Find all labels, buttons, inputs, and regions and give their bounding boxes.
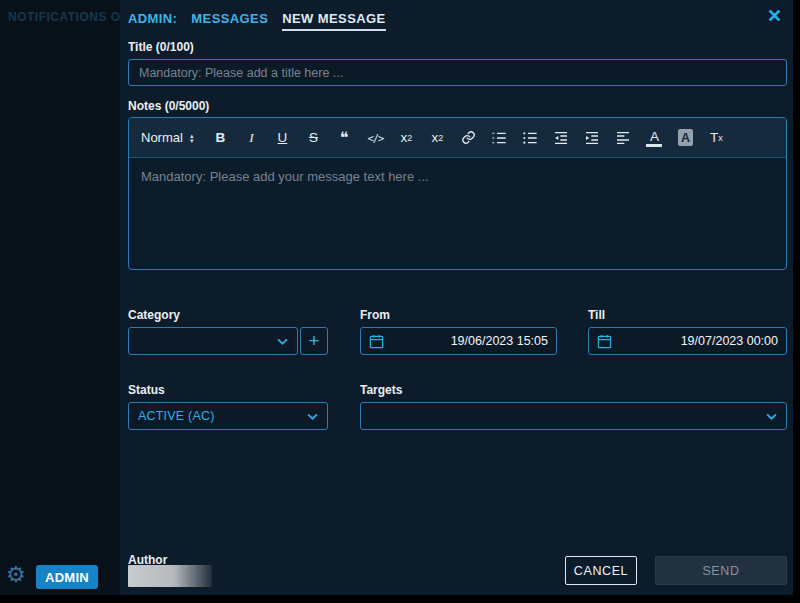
chevron-down-icon (277, 338, 288, 345)
till-datetime-value: 19/07/2023 00:00 (620, 334, 778, 348)
format-select[interactable]: Normal ▴▾ (141, 130, 193, 145)
clear-format-icon[interactable]: Tx (708, 127, 724, 149)
category-select[interactable] (128, 327, 298, 355)
author-value-redacted (128, 565, 212, 587)
status-select-value: ACTIVE (AC) (138, 409, 307, 423)
add-category-button[interactable]: + (300, 327, 328, 355)
breadcrumb-admin-label: ADMIN: (128, 11, 177, 26)
blockquote-icon[interactable]: ❝ (336, 127, 352, 149)
tab-messages[interactable]: MESSAGES (191, 11, 268, 26)
bottom-frame-bar (0, 595, 800, 603)
format-select-value: Normal (141, 130, 183, 145)
title-label: Title (0/100) (128, 40, 194, 54)
format-arrows-icon: ▴▾ (190, 133, 194, 143)
calendar-icon (597, 334, 612, 349)
notes-label: Notes (0/5000) (128, 99, 209, 113)
strikethrough-icon[interactable]: S (305, 127, 321, 149)
from-datetime-value: 19/06/2023 15:05 (392, 334, 548, 348)
right-frame-bar (793, 0, 800, 603)
notes-editor: Normal ▴▾ B I U S ❝ </> x2 x2 (128, 117, 787, 270)
italic-icon[interactable]: I (243, 127, 259, 149)
superscript-icon[interactable]: x2 (429, 127, 445, 149)
editor-toolbar: Normal ▴▾ B I U S ❝ </> x2 x2 (129, 118, 786, 158)
chevron-down-icon (766, 413, 777, 420)
send-button[interactable]: SEND (655, 556, 787, 585)
targets-select[interactable] (360, 402, 787, 430)
admin-button[interactable]: ADMIN (36, 565, 98, 589)
subscript-icon[interactable]: x2 (398, 127, 414, 149)
indent-icon[interactable] (584, 127, 600, 149)
highlight-color-icon[interactable]: A (677, 127, 693, 149)
text-color-icon[interactable]: A (646, 129, 662, 147)
till-datetime-field[interactable]: 19/07/2023 00:00 (588, 327, 787, 355)
from-label: From (360, 308, 390, 322)
underline-icon[interactable]: U (274, 127, 290, 149)
bullet-list-icon[interactable] (522, 127, 538, 149)
align-icon[interactable] (615, 127, 631, 149)
category-label: Category (128, 308, 180, 322)
bold-icon[interactable]: B (212, 127, 228, 149)
from-datetime-field[interactable]: 19/06/2023 15:05 (360, 327, 557, 355)
ordered-list-icon[interactable] (491, 127, 507, 149)
gear-icon[interactable]: ⚙ (6, 562, 26, 588)
status-select[interactable]: ACTIVE (AC) (128, 402, 328, 430)
notes-input[interactable]: Mandatory: Please add your message text … (129, 158, 786, 270)
link-icon[interactable] (460, 127, 476, 149)
till-label: Till (588, 308, 605, 322)
status-label: Status (128, 383, 165, 397)
outdent-icon[interactable] (553, 127, 569, 149)
calendar-icon (369, 334, 384, 349)
title-input[interactable] (128, 59, 787, 86)
notes-placeholder: Mandatory: Please add your message text … (141, 169, 429, 184)
screen: NOTIFICATIONS O ⚙ ADMIN ADMIN: MESSAGES … (0, 0, 800, 603)
tab-new-message[interactable]: NEW MESSAGE (282, 11, 385, 31)
new-message-panel: ADMIN: MESSAGES NEW MESSAGE ✕ Title (0/1… (120, 0, 793, 595)
code-block-icon[interactable]: </> (367, 127, 383, 149)
breadcrumb: ADMIN: MESSAGES NEW MESSAGE (128, 11, 386, 31)
cancel-button[interactable]: CANCEL (565, 556, 637, 585)
targets-label: Targets (360, 383, 402, 397)
close-icon[interactable]: ✕ (767, 7, 782, 25)
chevron-down-icon (307, 413, 318, 420)
